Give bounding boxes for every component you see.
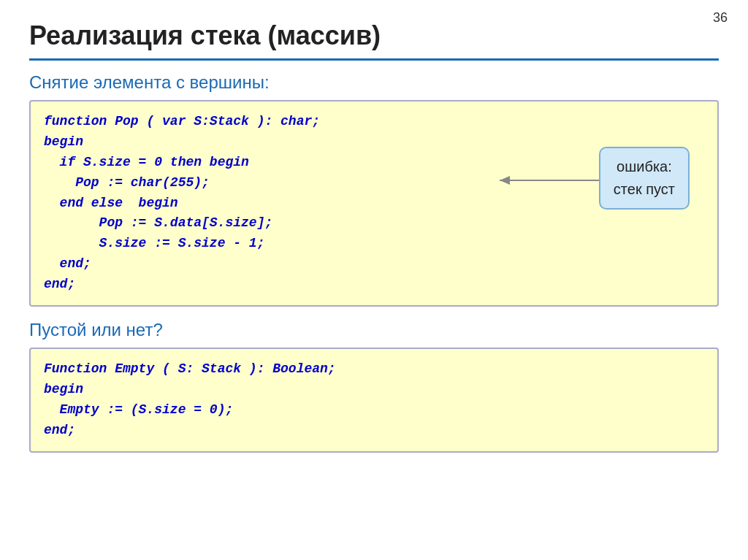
code-line-1-0: function Pop ( var S:Stack ): char; <box>44 112 704 132</box>
section1-label: Снятие элемента с вершины: <box>29 72 719 93</box>
title-divider <box>29 58 719 61</box>
slide-title: Реализация стека (массив) <box>29 20 719 51</box>
slide-number: 36 <box>713 10 728 26</box>
tooltip-line2: стек пуст <box>614 181 675 197</box>
tooltip-bubble: ошибка: стек пуст <box>599 147 690 210</box>
code-line-1-8: end; <box>44 275 704 295</box>
svg-marker-1 <box>500 176 510 185</box>
slide: 36 Реализация стека (массив) Снятие элем… <box>0 0 748 560</box>
code-line-2-1: begin <box>44 380 704 400</box>
code-line-1-6: S.size := S.size - 1; <box>44 234 704 254</box>
tooltip-line1: ошибка: <box>617 158 672 174</box>
code-box-2: Function Empty ( S: Stack ): Boolean; be… <box>29 348 719 453</box>
code-line-2-3: end; <box>44 421 704 441</box>
code-line-1-7: end; <box>44 254 704 275</box>
section2-label: Пустой или нет? <box>29 320 719 340</box>
tooltip-arrow-svg <box>500 166 609 195</box>
code-line-1-5: Pop := S.data[S.size]; <box>44 213 704 234</box>
code-line-2-0: Function Empty ( S: Stack ): Boolean; <box>44 359 704 380</box>
code-box-1: function Pop ( var S:Stack ): char; begi… <box>29 100 719 307</box>
code-line-2-2: Empty := (S.size = 0); <box>44 400 704 421</box>
